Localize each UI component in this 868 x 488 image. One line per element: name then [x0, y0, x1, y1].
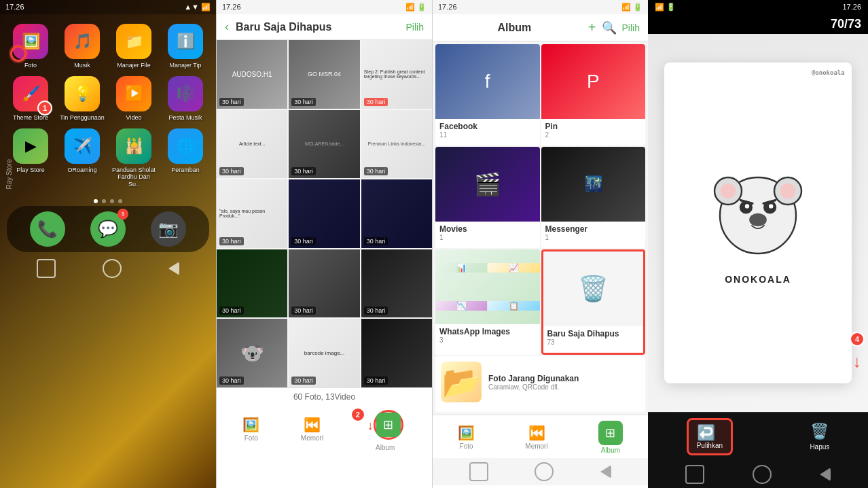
- photo-cell-5[interactable]: MCLAREN table... 30 hari: [289, 110, 359, 179]
- search-album-btn[interactable]: 🔍: [602, 20, 617, 35]
- file-icon[interactable]: 📁: [116, 24, 151, 59]
- album-back-btn[interactable]: [600, 465, 611, 478]
- nav-foto-label: Foto: [245, 434, 258, 442]
- album-deleted[interactable]: 🗑️ ↑ 3 Baru Saja Dihapus 73: [541, 249, 646, 355]
- pesta-icon[interactable]: 🎼: [168, 76, 203, 111]
- app-grid: 🖼️ Foto 🎵 Musik 📁 Manajer File ℹ️ Manaje…: [0, 14, 216, 198]
- album-square-btn[interactable]: [469, 462, 488, 481]
- facebook-count: 11: [439, 131, 536, 139]
- days-badge: 30 hari: [291, 377, 316, 385]
- app-browser[interactable]: 🌐 Peramban: [163, 128, 208, 188]
- photo-cell-8[interactable]: 30 hari: [289, 179, 359, 248]
- app-tip[interactable]: ℹ️ Manajer Tip: [163, 24, 208, 69]
- app-musik[interactable]: 🎵 Musik: [60, 24, 105, 69]
- movies-count: 1: [439, 234, 536, 241]
- app-file[interactable]: 📁 Manajer File: [111, 24, 156, 69]
- sholat-icon[interactable]: 🕌: [116, 128, 151, 164]
- photo-cell-9[interactable]: 30 hari: [361, 179, 432, 248]
- home-square-btn[interactable]: [37, 259, 56, 278]
- home-circle-btn[interactable]: [103, 259, 122, 278]
- album-nav-foto[interactable]: 🖼️ Foto: [458, 425, 475, 450]
- count-text: 60 Foto, 13Video: [222, 392, 427, 402]
- app-penggunaan[interactable]: 💡 Tin Penggunaan: [60, 76, 105, 122]
- album-facebook[interactable]: f Facebook 11: [435, 44, 540, 145]
- album-movies[interactable]: 🎬 Movies 1: [435, 147, 540, 248]
- album-nav-memori[interactable]: ⏮️ Memori: [525, 425, 547, 450]
- pulihkan-btn[interactable]: ↩️ Pulihkan: [687, 418, 733, 455]
- messenger-name: Messenger: [545, 224, 642, 234]
- album-pilih-btn[interactable]: Pilih: [622, 22, 640, 33]
- photo-cell-15[interactable]: 30 hari: [361, 319, 432, 387]
- musik-icon[interactable]: 🎵: [65, 24, 100, 59]
- add-album-btn[interactable]: +: [588, 20, 596, 35]
- phone-icon[interactable]: 📞: [30, 211, 65, 247]
- app-sholat[interactable]: 🕌 Panduan Sholat Fardhu Dan Su..: [111, 128, 156, 188]
- sholat-label: Panduan Sholat Fardhu Dan Su..: [111, 167, 156, 188]
- pin-count: 2: [545, 131, 642, 139]
- nav-memori[interactable]: ⏮️ Memori: [301, 417, 323, 442]
- brand-top-right: @onokoala: [812, 69, 845, 76]
- album-whatsapp[interactable]: 📊 📈 📉 📋 WhatsApp Images 3: [435, 249, 540, 355]
- deleted-footer: 60 Foto, 13Video 🖼️ Foto ⏮️ Memori 2 ↓ ⊞…: [217, 387, 432, 488]
- album-messenger[interactable]: 🌃 Messenger 1: [541, 147, 646, 248]
- panel-deleted: 17.26 📶 🔋 ‹ Baru Saja Dihapus Pilih AUDO…: [216, 0, 432, 488]
- album-grid: f Facebook 11 P Pin 2 🎬 Movies 1: [433, 41, 648, 415]
- album-header: Album + 🔍 Pilih: [433, 14, 648, 41]
- app-pesta[interactable]: 🎼 Pesta Musik: [163, 76, 208, 122]
- days-badge: 30 hari: [219, 377, 244, 385]
- deleted-thumb: 🗑️ ↑ 3: [543, 251, 644, 326]
- photo-cell-12[interactable]: 30 hari: [361, 249, 432, 318]
- viewer-circle-btn[interactable]: [753, 465, 772, 484]
- album-active-icon: ⊞: [376, 413, 401, 437]
- photo-cell-4[interactable]: Article text... 30 hari: [217, 110, 287, 179]
- messages-icon[interactable]: 💬 1: [90, 211, 126, 247]
- home-nav-bar: [0, 255, 216, 282]
- roaming-icon[interactable]: ✈️: [65, 128, 100, 164]
- album-circle-btn[interactable]: [535, 462, 554, 481]
- app-foto[interactable]: 🖼️ Foto: [8, 24, 53, 69]
- album-pin[interactable]: P Pin 2: [541, 44, 646, 145]
- video-icon[interactable]: ▶️: [116, 76, 151, 111]
- penggunaan-icon[interactable]: 💡: [65, 76, 100, 111]
- svg-point-8: [769, 204, 773, 208]
- nav-album-highlighted[interactable]: 2 ↓ ⊞ Album: [365, 407, 406, 451]
- whatsapp-count: 3: [439, 336, 536, 344]
- musik-label: Musik: [74, 62, 90, 69]
- app-video[interactable]: ▶️ Video: [111, 76, 156, 122]
- nav-foto[interactable]: 🖼️ Foto: [242, 417, 259, 442]
- album-nav-album[interactable]: ⊞ Album: [598, 421, 623, 454]
- app-roaming[interactable]: ✈️ ORoaming: [60, 128, 105, 188]
- deleted-pilih-btn[interactable]: Pilih: [406, 22, 424, 33]
- viewer-square-btn[interactable]: [685, 465, 704, 484]
- hapus-btn[interactable]: 🗑️ Hapus: [810, 423, 829, 451]
- photo-cell-2[interactable]: GO MSR.04 30 hari: [289, 40, 359, 109]
- play-icon[interactable]: ▶: [13, 128, 48, 164]
- album-jarang[interactable]: 📂 Foto Jarang Digunakan Caramiaw, QRCode…: [435, 356, 645, 412]
- photo-cell-10[interactable]: 30 hari: [217, 249, 287, 318]
- koala-logo: [704, 161, 812, 270]
- photo-cell-6[interactable]: Premium Links Indonesia... 30 hari: [361, 110, 432, 179]
- photo-cell-11[interactable]: 30 hari: [289, 249, 359, 318]
- del-back-btn[interactable]: [381, 464, 392, 477]
- home-back-btn[interactable]: [168, 262, 179, 275]
- photo-cell-3[interactable]: Step 2: Publish great content targeting …: [361, 40, 432, 109]
- foto-icon[interactable]: 🖼️: [13, 24, 48, 59]
- app-play[interactable]: ▶ Play Store: [8, 128, 53, 188]
- photo-cell-7[interactable]: "alo, saya mau pesan Produk..." 30 hari: [217, 179, 287, 248]
- del-circle-btn[interactable]: [319, 461, 338, 480]
- days-badge: 30 hari: [364, 307, 388, 315]
- browser-icon[interactable]: 🌐: [168, 128, 203, 164]
- del-square-btn[interactable]: [257, 461, 276, 480]
- app-theme[interactable]: 🖌️ 1 Theme Store: [8, 76, 53, 122]
- viewer-back-btn[interactable]: [820, 468, 831, 481]
- tip-icon[interactable]: ℹ️: [168, 24, 203, 59]
- photo-cell-14[interactable]: barcode image... 30 hari: [289, 319, 359, 387]
- nav-album-label: Album: [376, 444, 395, 451]
- back-arrow-icon[interactable]: ‹: [225, 20, 229, 34]
- photo-cell-1[interactable]: AUDOSO.H1 30 hari: [217, 40, 287, 109]
- tip-label: Manajer Tip: [169, 62, 201, 69]
- theme-icon[interactable]: 🖌️ 1: [13, 76, 48, 111]
- deleted-album-name: Baru Saja Dihapus: [547, 329, 640, 338]
- photo-cell-13[interactable]: 🐨 30 hari: [217, 319, 287, 387]
- camera-icon[interactable]: 📷: [151, 211, 186, 247]
